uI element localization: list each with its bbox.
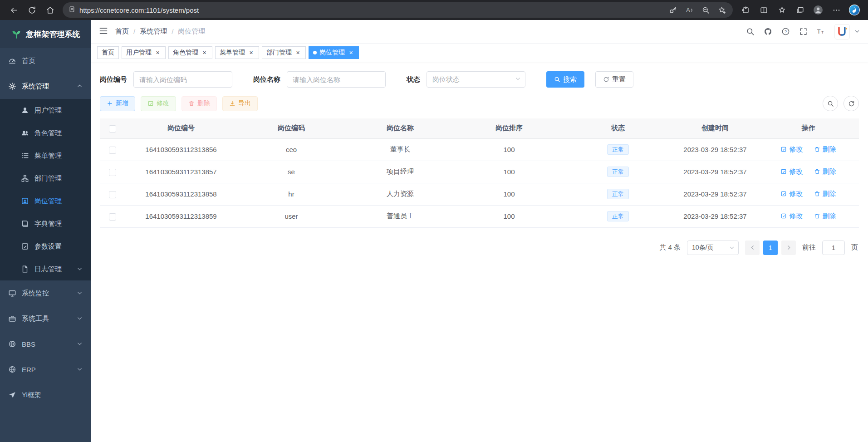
zoom-icon[interactable] <box>697 3 714 17</box>
add-button[interactable]: 新增 <box>100 96 135 111</box>
sidebar-item-post-mgmt[interactable]: 岗位管理 <box>0 190 91 212</box>
row-checkbox[interactable] <box>109 191 116 198</box>
sidebar: 意框架管理系统 首页 系统管理 用户管理 角色管理 菜单管理 <box>0 20 91 442</box>
home-icon[interactable] <box>41 2 59 18</box>
github-icon[interactable] <box>764 27 772 36</box>
sidebar-item-user-mgmt[interactable]: 用户管理 <box>0 99 91 122</box>
row-delete-button[interactable]: 删除 <box>814 145 836 154</box>
row-edit-button[interactable]: 修改 <box>780 190 803 198</box>
close-icon[interactable]: × <box>201 49 208 56</box>
close-icon[interactable]: × <box>248 49 255 56</box>
table-header-row: 岗位编号 岗位编码 岗位名称 岗位排序 状态 创建时间 操作 <box>100 118 859 138</box>
row-edit-button[interactable]: 修改 <box>780 212 803 221</box>
page-size-value: 10条/页 <box>692 244 713 252</box>
export-button[interactable]: 导出 <box>222 96 258 111</box>
sidebar-item-log-mgmt[interactable]: 日志管理 <box>0 258 91 280</box>
sidebar-item-label: 用户管理 <box>34 106 62 115</box>
row-delete-button[interactable]: 删除 <box>814 167 836 176</box>
delete-button[interactable]: 删除 <box>181 96 217 111</box>
prev-page-button[interactable] <box>745 241 760 255</box>
post-table: 岗位编号 岗位编码 岗位名称 岗位排序 状态 创建时间 操作 164103059… <box>100 118 859 228</box>
next-page-button[interactable] <box>781 241 796 255</box>
profile-avatar[interactable] <box>809 2 827 18</box>
close-icon[interactable]: × <box>294 49 301 56</box>
text-size-icon[interactable]: TT <box>817 27 825 36</box>
sidebar-item-home[interactable]: 首页 <box>0 48 91 74</box>
sidebar-item-yi-framework[interactable]: Yi框架 <box>0 382 91 408</box>
collections-icon[interactable] <box>791 2 809 18</box>
user-avatar[interactable] <box>834 24 850 39</box>
sidebar-item-system-mgmt[interactable]: 系统管理 <box>0 74 91 99</box>
document-icon <box>21 265 29 273</box>
cell-post-id: 1641030593112313859 <box>125 205 237 227</box>
show-search-toggle-button[interactable] <box>823 96 838 111</box>
favorite-add-icon[interactable] <box>714 3 730 17</box>
breadcrumb-system[interactable]: 系统管理 <box>140 27 167 36</box>
row-checkbox[interactable] <box>109 147 116 154</box>
send-icon <box>8 391 16 399</box>
sidebar-item-param-settings[interactable]: 参数设置 <box>0 235 91 258</box>
split-screen-icon[interactable] <box>755 2 773 18</box>
sidebar-item-system-monitor[interactable]: 系统监控 <box>0 280 91 306</box>
post-code-input[interactable] <box>133 71 232 88</box>
cell-created: 2023-03-29 18:52:37 <box>672 138 758 161</box>
sidebar-item-bbs[interactable]: BBS <box>0 331 91 357</box>
close-icon[interactable]: × <box>348 49 354 56</box>
browser-menu-icon[interactable] <box>827 2 845 18</box>
row-edit-button[interactable]: 修改 <box>780 145 803 154</box>
copilot-icon[interactable] <box>845 2 863 18</box>
row-checkbox[interactable] <box>109 169 116 176</box>
row-checkbox[interactable] <box>109 213 116 221</box>
sidebar-item-system-tools[interactable]: 系统工具 <box>0 306 91 331</box>
edit-button[interactable]: 修改 <box>141 96 176 111</box>
sidebar-item-dict-mgmt[interactable]: 字典管理 <box>0 212 91 235</box>
user-menu-caret-icon[interactable] <box>854 28 860 36</box>
goto-page-input[interactable] <box>822 241 845 255</box>
sidebar-item-role-mgmt[interactable]: 角色管理 <box>0 122 91 144</box>
sidebar-item-erp[interactable]: ERP <box>0 357 91 382</box>
sidebar-item-menu-mgmt[interactable]: 菜单管理 <box>0 144 91 167</box>
page-number-button[interactable]: 1 <box>763 241 778 255</box>
back-icon[interactable] <box>5 2 23 18</box>
sidebar-toggle-icon[interactable] <box>99 26 108 37</box>
gear-icon <box>8 82 16 90</box>
close-icon[interactable]: × <box>154 49 161 56</box>
chevron-down-icon <box>77 366 83 373</box>
trash-icon <box>814 168 820 175</box>
breadcrumb-home[interactable]: 首页 <box>115 27 129 36</box>
row-delete-button[interactable]: 删除 <box>814 212 836 221</box>
fullscreen-icon[interactable] <box>799 27 808 36</box>
post-code-label: 岗位编号 <box>100 75 127 84</box>
column-actions: 操作 <box>758 118 859 138</box>
post-name-input[interactable] <box>287 71 386 88</box>
tab-post-mgmt[interactable]: 岗位管理 × <box>309 46 359 59</box>
refresh-icon[interactable] <box>23 2 41 18</box>
tab-dept-mgmt[interactable]: 部门管理 × <box>262 46 306 59</box>
help-icon[interactable]: ? <box>781 27 790 36</box>
reset-button[interactable]: 重置 <box>595 71 633 88</box>
read-aloud-icon[interactable]: A <box>681 3 697 17</box>
status-select[interactable]: 岗位状态 <box>427 71 525 88</box>
table-row: 1641030593112313856 ceo 董事长 100 正常 2023-… <box>100 138 859 161</box>
tab-user-mgmt[interactable]: 用户管理 × <box>122 46 166 59</box>
page-size-select[interactable]: 10条/页 <box>687 241 739 255</box>
address-bar[interactable]: https://ccnetcore.com:1101/system/post A <box>63 2 733 18</box>
row-edit-button[interactable]: 修改 <box>780 167 803 176</box>
tab-menu-mgmt[interactable]: 菜单管理 × <box>215 46 259 59</box>
site-info-icon[interactable] <box>68 5 76 15</box>
search-button[interactable]: 搜索 <box>546 71 584 88</box>
select-all-checkbox[interactable] <box>109 125 116 133</box>
sidebar-item-dept-mgmt[interactable]: 部门管理 <box>0 167 91 190</box>
key-icon[interactable] <box>665 3 681 17</box>
sidebar-item-label: 岗位管理 <box>34 197 62 206</box>
reset-icon <box>603 76 609 83</box>
app-logo[interactable]: 意框架管理系统 <box>0 20 91 48</box>
search-icon[interactable] <box>746 27 755 36</box>
tab-role-mgmt[interactable]: 角色管理 × <box>168 46 212 59</box>
refresh-table-button[interactable] <box>843 96 859 111</box>
edit-icon <box>780 191 787 197</box>
extensions-icon[interactable] <box>736 2 755 18</box>
favorites-icon[interactable] <box>773 2 791 18</box>
tab-home[interactable]: 首页 <box>97 46 119 59</box>
row-delete-button[interactable]: 删除 <box>814 190 836 198</box>
